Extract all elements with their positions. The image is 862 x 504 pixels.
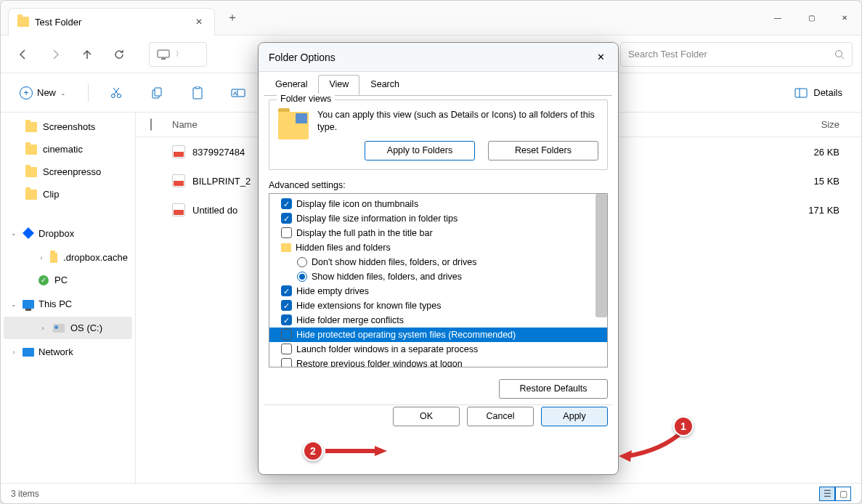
folder-icon	[281, 243, 291, 252]
tree-item[interactable]: Hide empty drives	[269, 284, 607, 298]
new-button[interactable]: + New ⌄	[12, 82, 73, 104]
scrollbar[interactable]	[595, 194, 607, 317]
apply-to-folders-button[interactable]: Apply to Folders	[365, 141, 475, 160]
checkbox-icon	[281, 227, 292, 238]
back-button[interactable]	[9, 41, 37, 68]
rename-button[interactable]: A	[225, 81, 251, 105]
tab-view[interactable]: View	[318, 75, 359, 95]
svg-text:A: A	[233, 90, 237, 97]
folder-views-group: Folder views You can apply this view (su…	[269, 99, 608, 170]
network-icon	[23, 348, 34, 357]
column-size[interactable]: Size	[774, 119, 861, 130]
folder-preview-icon	[278, 112, 309, 139]
refresh-button[interactable]	[105, 41, 133, 68]
annotation-badge-1: 1	[673, 416, 694, 436]
chevron-down-icon: ⌄	[9, 301, 18, 308]
breadcrumb[interactable]: 〉	[149, 42, 207, 67]
dialog-close-button[interactable]: ✕	[594, 49, 608, 65]
search-icon	[834, 49, 845, 60]
new-tab-button[interactable]: ＋	[227, 10, 238, 25]
maximize-button[interactable]: ▢	[794, 4, 828, 33]
tree-item[interactable]: Display file size information in folder …	[269, 211, 607, 226]
cancel-button[interactable]: Cancel	[467, 407, 534, 426]
ok-button[interactable]: OK	[393, 407, 460, 426]
tree-item[interactable]: Display file icon on thumbnails	[269, 197, 607, 211]
paste-button[interactable]	[184, 81, 211, 105]
window-tab[interactable]: Test Folder ✕	[8, 8, 215, 36]
tree-item-label: Hide protected operating system files (R…	[296, 328, 516, 341]
tree-item[interactable]: Show hidden files, folders, and drives	[269, 269, 607, 284]
view-switcher: ☰ ▢	[819, 487, 851, 501]
tree-item[interactable]: Hide folder merge conflicts	[269, 313, 607, 328]
dialog-footer: OK Cancel Apply	[259, 405, 618, 434]
sidebar-item-cinematic[interactable]: cinematic	[1, 138, 135, 160]
svg-point-2	[836, 50, 842, 57]
svg-line-3	[842, 56, 845, 59]
dialog-title: Folder Options	[269, 52, 336, 63]
minimize-button[interactable]: —	[761, 4, 794, 33]
tree-item[interactable]: Hidden files and folders	[269, 240, 607, 255]
checkbox-icon	[281, 285, 292, 296]
tree-item-label: Hide extensions for known file types	[296, 299, 441, 312]
folder-icon	[25, 167, 37, 177]
folder-icon	[25, 190, 37, 200]
advanced-settings-tree[interactable]: Display file icon on thumbnailsDisplay f…	[269, 193, 608, 367]
chevron-right-icon: ›	[9, 349, 18, 356]
tree-item-label: Display file icon on thumbnails	[296, 198, 418, 211]
tree-item[interactable]: Restore previous folder windows at logon	[269, 357, 607, 367]
reset-folders-button[interactable]: Reset Folders	[488, 141, 598, 160]
window-controls: — ▢ ✕	[761, 4, 861, 33]
details-label: Details	[813, 87, 842, 98]
close-window-button[interactable]: ✕	[828, 4, 861, 33]
sidebar-group-dropbox[interactable]: ⌄Dropbox	[1, 220, 135, 246]
tree-item[interactable]: Hide protected operating system files (R…	[269, 328, 607, 342]
folder-icon	[25, 145, 37, 155]
svg-rect-0	[158, 50, 169, 57]
tree-item-label: Don't show hidden files, folders, or dri…	[312, 256, 477, 269]
sidebar-item-screenshots[interactable]: Screenshots	[1, 115, 135, 138]
sidebar-item-screenpresso[interactable]: Screenpresso	[1, 160, 135, 183]
select-all-checkbox[interactable]	[150, 118, 152, 131]
tree-item[interactable]: Launch folder windows in a separate proc…	[269, 342, 607, 357]
details-toggle[interactable]: Details	[787, 83, 850, 102]
dropbox-icon	[23, 227, 34, 239]
svg-marker-17	[375, 446, 387, 456]
sidebar-group-thispc[interactable]: ⌄This PC	[1, 291, 135, 317]
cut-button[interactable]	[103, 81, 129, 105]
sidebar-item-dropbox-cache[interactable]: ›.dropbox.cache	[1, 246, 135, 269]
pc-icon	[23, 300, 34, 309]
sidebar-group-network[interactable]: ›Network	[1, 339, 135, 365]
sidebar-item-drive-c[interactable]: ›OS (C:)	[4, 317, 132, 339]
item-count: 3 items	[11, 489, 39, 499]
tree-item[interactable]: Hide extensions for known file types	[269, 298, 607, 313]
dialog-titlebar: Folder Options ✕	[259, 43, 618, 72]
sidebar-item-pc[interactable]: ✓PC	[1, 269, 135, 291]
tab-search[interactable]: Search	[359, 75, 410, 95]
close-tab-icon[interactable]: ✕	[192, 14, 206, 30]
annotation-arrow-2	[325, 445, 387, 457]
pdf-icon	[172, 203, 185, 216]
up-button[interactable]	[73, 41, 101, 68]
tree-item-label: Launch folder windows in a separate proc…	[296, 343, 478, 356]
tree-item[interactable]: Display the full path in the title bar	[269, 226, 607, 240]
svg-point-4	[112, 94, 115, 97]
tab-general[interactable]: General	[264, 75, 318, 95]
svg-rect-7	[155, 88, 161, 96]
tree-item-label: Hide empty drives	[296, 285, 369, 298]
monitor-icon	[157, 49, 170, 60]
sidebar-item-clip[interactable]: Clip	[1, 183, 135, 206]
radio-icon	[297, 272, 307, 282]
folder-options-dialog: Folder Options ✕ General View Search Fol…	[258, 42, 619, 475]
search-input[interactable]: Search Test Folder	[620, 42, 853, 67]
group-title: Folder views	[277, 94, 335, 104]
checkbox-icon	[281, 213, 292, 224]
restore-defaults-button[interactable]: Restore Defaults	[499, 379, 608, 399]
icons-view-button[interactable]: ▢	[835, 487, 851, 501]
details-view-button[interactable]: ☰	[819, 487, 835, 501]
copy-button[interactable]	[144, 81, 170, 105]
svg-marker-15	[619, 450, 632, 462]
tree-item[interactable]: Don't show hidden files, folders, or dri…	[269, 255, 607, 269]
forward-button[interactable]	[41, 41, 69, 68]
checkbox-icon	[281, 344, 292, 354]
apply-button[interactable]: Apply	[541, 407, 608, 426]
